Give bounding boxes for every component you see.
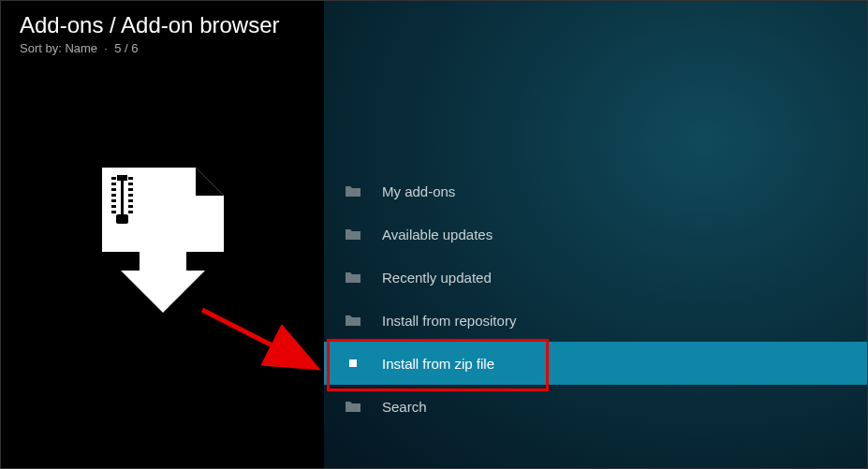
selected-marker-icon [345, 357, 361, 370]
svg-rect-9 [128, 177, 133, 180]
svg-rect-11 [128, 188, 133, 191]
menu-item-search[interactable]: Search [324, 385, 867, 428]
sort-separator: · [101, 41, 114, 55]
sort-label: Sort by: Name [20, 41, 97, 55]
main-panel: My add-ons Available updates Recently up… [324, 1, 867, 468]
svg-rect-12 [128, 194, 133, 197]
sidebar: Add-ons / Add-on browser Sort by: Name ·… [1, 1, 324, 468]
sort-info: Sort by: Name · 5 / 6 [20, 41, 305, 55]
folder-icon [345, 227, 361, 241]
menu-item-available-updates[interactable]: Available updates [324, 213, 867, 256]
svg-rect-5 [111, 194, 116, 197]
svg-rect-13 [128, 199, 133, 202]
svg-rect-6 [111, 199, 116, 202]
menu-item-install-repository[interactable]: Install from repository [324, 299, 867, 342]
menu-item-label: Recently updated [382, 270, 492, 286]
folder-icon [345, 271, 361, 284]
svg-rect-4 [111, 188, 116, 191]
folder-icon [345, 400, 361, 413]
svg-rect-3 [111, 183, 116, 185]
position-indicator: 5 / 6 [114, 41, 138, 55]
svg-rect-16 [116, 214, 128, 224]
folder-icon [345, 184, 361, 198]
svg-rect-14 [128, 205, 133, 208]
svg-rect-7 [111, 205, 116, 208]
folder-icon [345, 314, 361, 327]
menu-item-label: My add-ons [382, 183, 455, 199]
menu-item-recently-updated[interactable]: Recently updated [324, 256, 867, 299]
menu-item-install-zip[interactable]: Install from zip file [324, 342, 867, 385]
svg-rect-2 [111, 177, 116, 180]
menu-item-label: Install from repository [382, 313, 516, 329]
svg-rect-8 [111, 211, 116, 213]
svg-rect-1 [117, 175, 127, 181]
install-zip-icon [93, 158, 233, 321]
svg-rect-15 [128, 211, 133, 213]
svg-rect-10 [128, 183, 133, 185]
menu-item-label: Search [382, 399, 427, 415]
menu-item-label: Available updates [382, 227, 493, 242]
menu-item-my-addons[interactable]: My add-ons [324, 169, 867, 213]
breadcrumb: Add-ons / Add-on browser [20, 12, 305, 39]
menu-item-label: Install from zip file [382, 356, 494, 372]
